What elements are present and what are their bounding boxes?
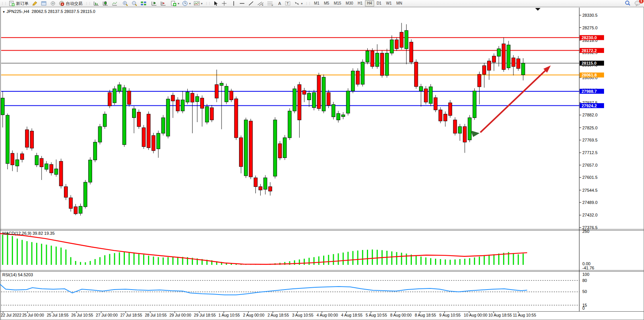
svg-text:27924.2: 27924.2 — [582, 103, 597, 108]
new-order-button[interactable]: 新订单 — [8, 0, 30, 7]
price-line-label: 28230.0 — [580, 35, 604, 40]
chart-window[interactable]: 28330.528275.028218.028162.528107.028050… — [0, 7, 644, 320]
zoom-out-button[interactable] — [130, 0, 139, 7]
tab-m1[interactable]: M1 — [312, 0, 322, 6]
text-button[interactable]: A — [276, 0, 284, 7]
candle — [84, 180, 87, 209]
date-tick-label: 2 Aug 00:00 — [243, 313, 265, 317]
candle — [225, 84, 228, 104]
zoom-in-button[interactable] — [121, 0, 130, 7]
new-order-label: 新订单 — [16, 1, 29, 6]
candle — [283, 135, 287, 160]
market-watch-button[interactable] — [39, 0, 48, 7]
svg-text:28230.0: 28230.0 — [582, 35, 597, 40]
fibonacci-button[interactable]: F — [266, 0, 276, 7]
date-tick-label: 22 Jul 2022 — [1, 313, 21, 317]
date-tick-label: 4 Aug 00:00 — [317, 313, 338, 317]
tab-h1[interactable]: H1 — [355, 0, 365, 6]
price-line-label: 27988.7 — [580, 89, 604, 94]
candle — [414, 59, 418, 89]
candle — [473, 88, 476, 120]
sound-button[interactable] — [48, 0, 57, 7]
crosshair-button[interactable] — [220, 0, 228, 7]
styles-button[interactable] — [30, 0, 39, 7]
date-tick-label: 5 Aug 10:55 — [366, 313, 387, 317]
candlestick-chart-button[interactable] — [101, 0, 110, 7]
collapse-triangle-icon[interactable]: ▼ — [2, 10, 5, 14]
template-icon — [194, 1, 200, 6]
candle — [293, 86, 296, 113]
candle — [166, 96, 170, 139]
new-order-icon — [9, 1, 15, 6]
chevron-down-icon: ▾ — [189, 2, 191, 5]
window-icon — [41, 1, 47, 6]
chevron-down-icon: ▾ — [201, 2, 202, 5]
crosshair-icon — [222, 1, 227, 6]
candle — [288, 108, 292, 140]
periods-button[interactable]: ▾ — [181, 0, 192, 7]
candle — [327, 90, 330, 108]
chart-ohlc: 28062.5 28137.5 28037.5 28115.0 — [32, 9, 95, 14]
candle — [142, 125, 145, 149]
tab-m15[interactable]: M15 — [332, 0, 343, 6]
auto-trading-button[interactable]: 自动交易 — [57, 0, 84, 7]
date-tick-label: 25 Jul 00:00 — [22, 313, 44, 317]
line-chart-button[interactable] — [110, 0, 119, 7]
candle — [152, 133, 155, 153]
svg-text:27988.7: 27988.7 — [582, 89, 597, 94]
date-tick-label: 11 Aug 10:55 — [513, 313, 536, 317]
tab-m30[interactable]: M30 — [343, 0, 355, 6]
date-tick-label: 8 Aug 18:55 — [415, 313, 436, 317]
notifications-button[interactable]: 1 — [634, 0, 641, 7]
candle — [93, 140, 97, 162]
chart-shift-button[interactable] — [150, 0, 159, 7]
date-axis[interactable]: 22 Jul 202225 Jul 00:0025 Jul 18:5526 Ju… — [1, 312, 536, 317]
toolbar-grip: ⋮⋮ — [85, 2, 91, 5]
price-tick-label: 27882.0 — [582, 113, 598, 117]
vertical-line-button[interactable] — [230, 0, 238, 7]
date-tick-label: 25 Jul 18:55 — [47, 313, 69, 317]
svg-text:F: F — [272, 4, 273, 6]
tab-w1[interactable]: W1 — [384, 0, 394, 6]
price-tick-label: 28275.0 — [582, 25, 598, 30]
candle — [434, 95, 437, 112]
search-button[interactable] — [625, 0, 631, 7]
trendline-button[interactable] — [247, 0, 256, 7]
candle — [346, 88, 350, 115]
tab-d1[interactable]: D1 — [374, 0, 384, 6]
price-tick-label: 27489.0 — [582, 200, 598, 205]
price-tick-label: 27432.0 — [582, 213, 598, 217]
equidistant-channel-button[interactable]: E — [256, 0, 266, 7]
auto-scroll-button[interactable] — [159, 0, 168, 7]
chevron-down-icon: ▾ — [301, 2, 303, 5]
price-line-label: 28172.2 — [580, 48, 604, 53]
tab-h4[interactable]: H4 — [365, 0, 375, 6]
bar-chart-button[interactable] — [92, 0, 101, 7]
template-button[interactable]: ▾ — [192, 0, 204, 7]
candle — [468, 115, 471, 142]
price-tick-label: 27712.5 — [582, 150, 598, 155]
text-label-button[interactable]: T — [284, 0, 292, 7]
tile-windows-button[interactable] — [139, 0, 148, 7]
candle — [123, 85, 126, 147]
horizontal-line-icon — [239, 1, 245, 6]
date-tick-label: 4 Aug 18:55 — [341, 313, 362, 317]
tab-mn[interactable]: MN — [394, 0, 405, 6]
chart-canvas[interactable]: 28330.528275.028218.028162.528107.028050… — [0, 7, 644, 320]
text-label-icon: T — [285, 1, 291, 6]
svg-text:28172.2: 28172.2 — [582, 48, 597, 53]
auto-trading-label: 自动交易 — [66, 1, 83, 6]
trendline-icon — [248, 1, 254, 6]
date-tick-label: 26 Jul 10:55 — [71, 313, 93, 317]
arrows-button[interactable]: ▾ — [292, 0, 304, 7]
candle — [6, 113, 9, 169]
price-line-label: 28115.0 — [580, 61, 604, 66]
candle — [25, 127, 29, 150]
tab-m5[interactable]: M5 — [322, 0, 332, 6]
notification-badge: 1 — [639, 0, 644, 3]
cursor-button[interactable] — [212, 0, 220, 7]
new-chart-button[interactable]: ▾ — [169, 0, 181, 7]
toolbar: ⋮⋮ 新订单 自动交易 ⋮⋮ ▾ ▾ ▾ ⋮⋮ E F A T ▾ ⋮⋮ M1 … — [0, 0, 644, 7]
price-tick-label: 27769.5 — [582, 138, 598, 142]
horizontal-line-button[interactable] — [238, 0, 247, 7]
